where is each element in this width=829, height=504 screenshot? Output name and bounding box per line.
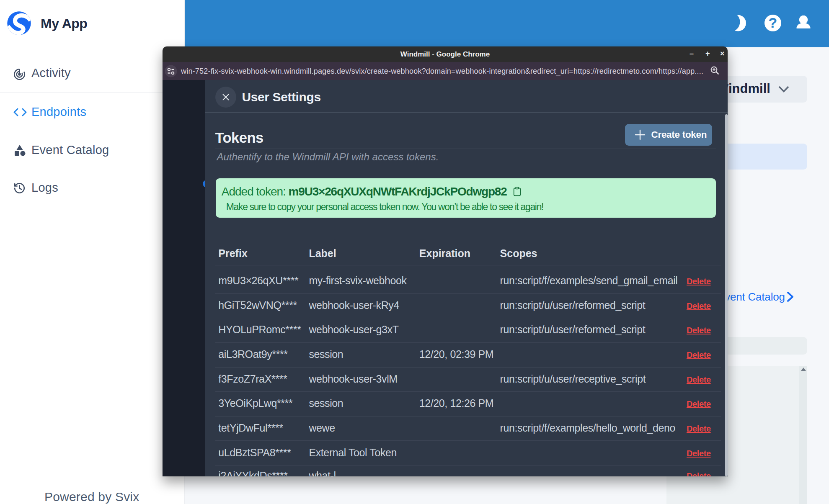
svg-text:?: ?: [769, 15, 777, 31]
